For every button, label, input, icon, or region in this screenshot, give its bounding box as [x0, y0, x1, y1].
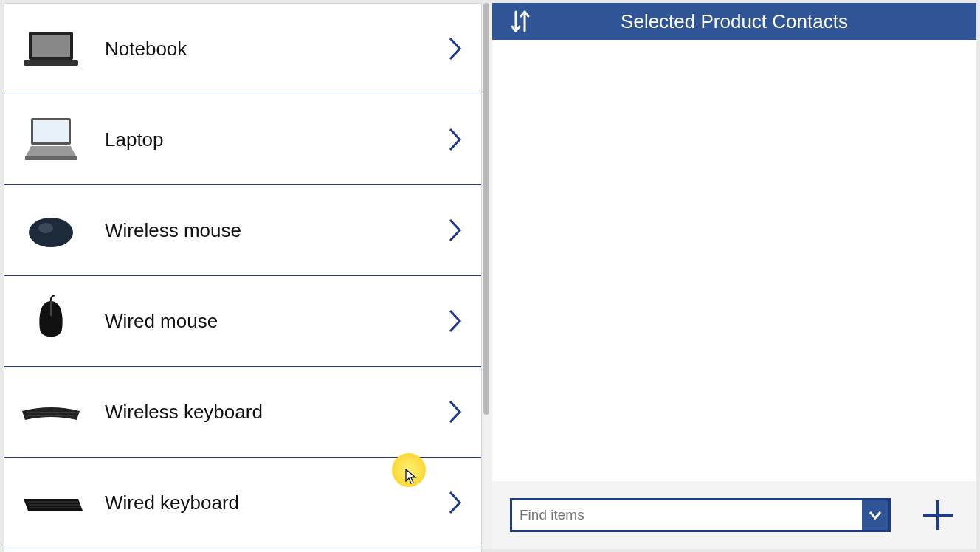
chevron-right-icon	[446, 215, 465, 245]
product-thumb	[18, 204, 84, 256]
contacts-panel: Selected Product Contacts	[492, 3, 976, 549]
product-thumb	[18, 295, 84, 347]
svg-point-7	[29, 218, 73, 247]
products-panel: Notebook Laptop	[4, 3, 482, 552]
left-scrollbar[interactable]	[482, 3, 492, 549]
product-item-wired-keyboard[interactable]: Wired keyboard	[4, 458, 481, 548]
product-thumb	[18, 23, 84, 75]
product-label: Notebook	[84, 38, 446, 61]
product-label: Wired keyboard	[84, 491, 446, 514]
app-root: Notebook Laptop	[0, 0, 980, 552]
svg-point-8	[38, 223, 53, 233]
chevron-right-icon	[446, 306, 465, 336]
product-item-notebook[interactable]: Notebook	[4, 4, 481, 94]
product-item-wireless-mouse[interactable]: Wireless mouse	[4, 185, 481, 276]
svg-rect-6	[25, 156, 77, 160]
product-label: Wired mouse	[84, 310, 446, 333]
scrollbar-track	[482, 3, 492, 549]
product-label: Laptop	[84, 128, 446, 151]
find-items-input[interactable]	[512, 500, 862, 530]
contacts-header: Selected Product Contacts	[492, 3, 976, 40]
chevron-right-icon	[446, 397, 465, 427]
product-thumb	[18, 477, 84, 528]
product-label: Wireless keyboard	[84, 401, 446, 424]
find-items-combobox[interactable]	[510, 498, 891, 532]
contacts-body	[492, 40, 976, 481]
chevron-right-icon	[446, 34, 465, 63]
chevron-right-icon	[446, 488, 465, 517]
contacts-footer	[492, 481, 976, 549]
contacts-title: Selected Product Contacts	[510, 10, 959, 33]
svg-marker-5	[25, 146, 77, 158]
product-label: Wireless mouse	[84, 219, 446, 242]
svg-rect-1	[32, 35, 70, 57]
svg-rect-2	[24, 60, 78, 66]
product-thumb	[18, 114, 84, 165]
add-button[interactable]	[917, 494, 959, 536]
product-item-wired-mouse[interactable]: Wired mouse	[4, 276, 481, 367]
product-item-wireless-keyboard[interactable]: Wireless keyboard	[4, 367, 481, 458]
find-items-dropdown-toggle[interactable]	[862, 500, 888, 530]
scrollbar-thumb[interactable]	[483, 3, 489, 415]
chevron-right-icon	[446, 125, 465, 154]
product-thumb	[18, 386, 84, 438]
svg-rect-4	[33, 120, 69, 142]
product-item-laptop[interactable]: Laptop	[4, 94, 481, 185]
product-list[interactable]: Notebook Laptop	[4, 4, 481, 552]
